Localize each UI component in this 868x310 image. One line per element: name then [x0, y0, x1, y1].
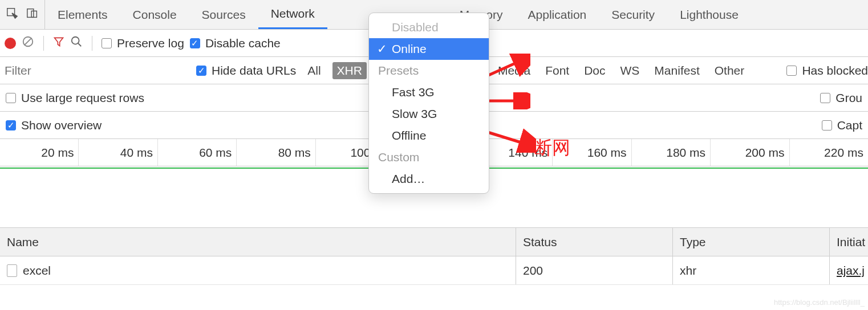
filter-type-doc[interactable]: Doc [581, 63, 609, 79]
filter-icon[interactable] [53, 36, 64, 50]
svg-line-6 [78, 43, 82, 47]
dropdown-online[interactable]: Online [369, 38, 489, 60]
svg-rect-2 [31, 11, 36, 17]
filter-type-all[interactable]: All [304, 63, 324, 79]
timeline-tick: 80 ms [237, 139, 315, 166]
dropdown-add[interactable]: Add… [369, 168, 489, 190]
record-button[interactable] [5, 38, 16, 49]
th-type[interactable]: Type [673, 228, 830, 256]
inspect-icon[interactable] [6, 7, 18, 22]
svg-rect-1 [27, 9, 34, 18]
tab-sources[interactable]: Sources [189, 0, 258, 29]
tab-application[interactable]: Application [516, 0, 599, 29]
group-checkbox[interactable]: Grou [820, 91, 862, 105]
filter-input[interactable] [0, 57, 188, 84]
request-initiator[interactable]: ajax.j [837, 264, 865, 278]
device-toggle-icon[interactable] [26, 7, 39, 22]
dropdown-slow-3g[interactable]: Slow 3G [369, 103, 489, 125]
request-status: 200 [516, 256, 673, 284]
preserve-log-checkbox[interactable]: Preserve log [102, 36, 184, 50]
timeline-tick: 200 ms [711, 139, 789, 166]
filter-type-other[interactable]: Other [711, 63, 748, 79]
requests-table-header: Name Status Type Initiat [0, 228, 868, 256]
tab-lighthouse[interactable]: Lighthouse [667, 0, 751, 29]
timeline-tick: 20 ms [0, 139, 79, 166]
has-blocked-checkbox[interactable]: Has blocked [786, 64, 868, 78]
filter-type-ws[interactable]: WS [617, 63, 643, 79]
dropdown-custom-header: Custom [369, 146, 489, 168]
filter-type-xhr[interactable]: XHR [332, 62, 367, 79]
th-name[interactable]: Name [0, 228, 516, 256]
th-initiator[interactable]: Initiat [830, 228, 868, 256]
show-overview-label: Show overview [21, 119, 102, 132]
clear-icon[interactable] [22, 35, 34, 51]
filter-type-font[interactable]: Font [542, 63, 573, 79]
request-name: excel [23, 264, 51, 278]
svg-line-4 [25, 38, 32, 46]
annotation-text: 断网 [534, 136, 570, 161]
dropdown-presets-header: Presets [369, 60, 489, 81]
group-label: Grou [835, 91, 862, 105]
timeline-tick: 220 ms [790, 139, 868, 166]
capture-label: Capt [837, 119, 862, 132]
preserve-log-label: Preserve log [117, 36, 184, 50]
disable-cache-label: Disable cache [205, 36, 281, 50]
dropdown-offline[interactable]: Offline [369, 125, 489, 146]
th-status[interactable]: Status [516, 228, 673, 256]
dropdown-disabled: Disabled [369, 17, 489, 38]
large-rows-label: Use large request rows [21, 91, 144, 105]
tab-network[interactable]: Network [258, 0, 327, 29]
svg-point-5 [72, 37, 79, 44]
hide-data-urls-label: Hide data URLs [212, 64, 296, 78]
capture-checkbox[interactable]: Capt [822, 119, 862, 132]
tab-elements[interactable]: Elements [45, 0, 120, 29]
timeline-tick: 60 ms [158, 139, 237, 166]
search-icon[interactable] [70, 35, 83, 51]
dropdown-fast-3g[interactable]: Fast 3G [369, 81, 489, 103]
tab-console[interactable]: Console [120, 0, 189, 29]
throttling-dropdown: Disabled Online Presets Fast 3G Slow 3G … [368, 13, 489, 194]
tab-security[interactable]: Security [599, 0, 667, 29]
disable-cache-checkbox[interactable]: Disable cache [190, 36, 281, 50]
show-overview-checkbox[interactable]: Show overview [6, 119, 102, 132]
file-icon [7, 264, 17, 277]
hide-data-urls-checkbox[interactable]: Hide data URLs [196, 64, 296, 78]
timeline-tick: 180 ms [632, 139, 711, 166]
filter-type-manifest[interactable]: Manifest [651, 63, 703, 79]
timeline-tick: 40 ms [79, 139, 157, 166]
large-rows-checkbox[interactable]: Use large request rows [6, 91, 144, 105]
has-blocked-label: Has blocked [802, 64, 868, 78]
request-type: xhr [673, 256, 830, 284]
table-row[interactable]: excel 200 xhr ajax.j [0, 256, 868, 285]
